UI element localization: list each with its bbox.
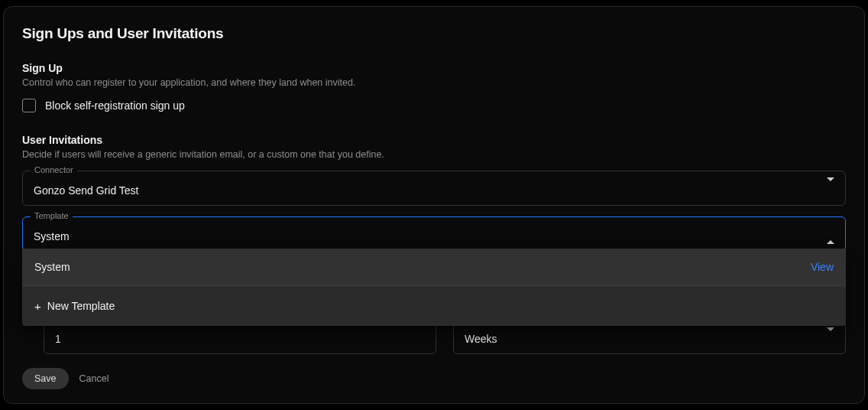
invitations-section: User Invitations Decide if users will re… — [22, 134, 846, 252]
block-signup-label: Block self-registration sign up — [45, 99, 185, 112]
new-template-button[interactable]: + New Template — [22, 286, 846, 326]
template-option-label: System — [34, 261, 70, 273]
expiration-unit-select[interactable]: Weeks — [453, 322, 846, 354]
signup-heading: Sign Up — [22, 62, 846, 74]
template-option-view-link[interactable]: View — [811, 261, 834, 273]
template-select[interactable]: Template System — [22, 216, 846, 252]
dropdown-caret-up-icon — [827, 227, 834, 241]
cancel-button[interactable]: Cancel — [79, 373, 109, 384]
dropdown-caret-icon — [827, 331, 834, 345]
expiration-unit-value: Weeks — [465, 333, 497, 345]
signup-section: Sign Up Control who can register to your… — [22, 62, 846, 112]
dropdown-caret-icon — [827, 181, 834, 195]
plus-icon: + — [34, 301, 41, 312]
footer-actions: Save Cancel — [22, 368, 108, 389]
new-template-label: New Template — [47, 300, 115, 312]
expiration-value: 1 — [55, 333, 61, 345]
block-signup-checkbox[interactable] — [22, 99, 36, 112]
connector-label: Connector — [31, 165, 77, 174]
signup-description: Control who can register to your applica… — [22, 77, 846, 88]
template-dropdown: System View + New Template — [22, 249, 846, 326]
template-option-system[interactable]: System View — [22, 249, 846, 286]
expiration-row: Invite Token Expiration 1 Weeks — [44, 322, 846, 354]
expiration-value-input[interactable]: Invite Token Expiration 1 — [44, 322, 436, 354]
invitations-heading: User Invitations — [22, 134, 846, 146]
template-value: System — [34, 230, 70, 242]
block-signup-row[interactable]: Block self-registration sign up — [22, 99, 846, 112]
connector-select[interactable]: Connector Gonzo Send Grid Test — [22, 171, 846, 206]
page-title: Sign Ups and User Invitations — [22, 25, 846, 42]
invitations-description: Decide if users will receive a generic i… — [22, 149, 846, 160]
template-label: Template — [31, 211, 73, 220]
save-button[interactable]: Save — [22, 368, 69, 389]
settings-panel: Sign Ups and User Invitations Sign Up Co… — [3, 6, 865, 404]
connector-value: Gonzo Send Grid Test — [34, 184, 138, 197]
